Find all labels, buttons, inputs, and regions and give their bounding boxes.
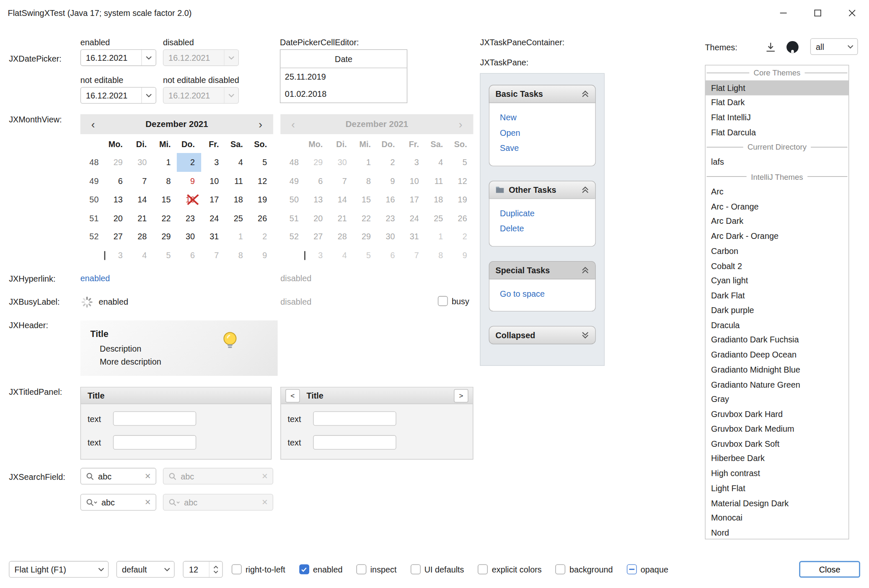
close-button[interactable]: Close [799,561,860,578]
chevron-down-icon[interactable] [160,562,174,577]
theme-item-dark-purple[interactable]: Dark purple [706,303,848,317]
calendar-day[interactable]: 20 [105,209,129,227]
calendar-day[interactable]: 9 [177,171,201,190]
theme-item-monocai[interactable]: Monocai [706,510,848,525]
calendar-day[interactable]: 1 [225,227,249,246]
calendar-day[interactable]: 4 [129,246,153,264]
calendar-day[interactable]: 4 [225,153,249,171]
calendar-day[interactable]: 12 [249,171,273,190]
theme-item-high-contrast[interactable]: High contrast [706,466,848,480]
theme-item-hiberbee-dark[interactable]: Hiberbee Dark [706,451,848,466]
calendar-day[interactable]: 7 [201,246,225,264]
chevron-down-icon[interactable] [843,39,857,54]
theme-item-material-design-dark[interactable]: Material Design Dark [706,495,848,510]
titledpanel-right-button[interactable]: > [454,389,468,402]
maximize-button[interactable] [800,0,835,26]
theme-item-gruvbox-dark-hard[interactable]: Gruvbox Dark Hard [706,407,848,421]
calendar-day[interactable]: 11 [225,171,249,190]
clear-icon[interactable]: × [145,497,151,507]
theme-item-gruvbox-dark-soft[interactable]: Gruvbox Dark Soft [706,436,848,451]
theme-item-flat-dark[interactable]: Flat Dark [706,95,848,110]
task-link-delete[interactable]: Delete [500,220,595,236]
calendar-day[interactable]: 7 [129,171,153,190]
checkbox-box[interactable] [357,565,367,575]
expand-icon[interactable] [582,332,590,339]
collapse-icon[interactable] [582,91,590,98]
spinner-arrows[interactable] [209,562,222,577]
calendar-day[interactable]: 31 [201,227,225,246]
calendar-day[interactable]: 13 [105,190,129,209]
theme-item-dracula[interactable]: Dracula [706,318,848,332]
font-size-spinner[interactable]: 12 [183,561,222,578]
checkbox-inspect[interactable]: inspect [357,565,397,575]
taskpane-header[interactable]: Collapsed [489,326,596,345]
theme-item-carbon[interactable]: Carbon [706,243,848,258]
laf-combo[interactable]: Flat Light (F1) [9,561,109,578]
calendar-day[interactable]: 16 [177,190,201,209]
text-field[interactable] [113,411,196,425]
checkbox-enabled[interactable]: enabled [299,565,343,575]
calendar-day[interactable]: 30 [177,227,201,246]
text-field[interactable] [313,435,396,449]
theme-list[interactable]: Core ThemesFlat LightFlat DarkFlat Intel… [705,65,849,539]
searchfield-menu-enabled[interactable]: abc × [80,494,156,511]
checkbox-opaque[interactable]: opaque [627,565,668,575]
calendar-day[interactable]: 23 [177,209,201,227]
calendar-day[interactable]: 5 [153,246,177,264]
task-link-new[interactable]: New [500,110,595,125]
calendar-day[interactable]: 10 [201,171,225,190]
task-link-duplicate[interactable]: Duplicate [500,205,595,220]
checkbox-ui-defaults[interactable]: UI defaults [411,565,464,575]
datepicker-not-editable[interactable]: 16.12.2021 [80,87,156,104]
table-row[interactable]: 25.11.2019 [280,68,407,85]
task-link-save[interactable]: Save [500,140,595,155]
checkbox-explicit-colors[interactable]: explicit colors [478,565,542,575]
calendar-day[interactable]: 3 [105,246,129,264]
calendar-day[interactable]: 22 [153,209,177,227]
calendar-day[interactable]: 21 [129,209,153,227]
busy-checkbox[interactable]: busy [438,296,469,306]
theme-item-flat-light[interactable]: Flat Light [706,80,848,95]
theme-item-gray[interactable]: Gray [706,391,848,406]
calendar-day[interactable]: 17 [201,190,225,209]
calendar-day[interactable]: 3 [201,153,225,171]
checkbox-box[interactable] [232,565,242,575]
calendar-day[interactable]: 29 [153,227,177,246]
taskpane-header[interactable]: Other Tasks [489,181,596,199]
theme-item-arc-dark-orange[interactable]: Arc Dark - Orange [706,228,848,243]
prev-month-icon[interactable]: ‹ [85,116,101,132]
close-window-button[interactable] [835,0,869,26]
calendar-day[interactable]: 25 [225,209,249,227]
calendar-day[interactable]: 27 [105,227,129,246]
calendar-day[interactable]: 8 [225,246,249,264]
taskpane-header[interactable]: Basic Tasks [489,85,596,103]
theme-item-nord[interactable]: Nord [706,525,848,539]
chevron-up-icon[interactable] [213,565,218,568]
theme-item-gradianto-nature-green[interactable]: Gradianto Nature Green [706,377,848,391]
calendar-day[interactable]: 18 [225,190,249,209]
calendar-day[interactable]: 9 [249,246,273,264]
calendar-day[interactable]: 14 [129,190,153,209]
theme-item-lafs[interactable]: lafs [706,154,848,169]
text-field[interactable] [113,435,196,449]
theme-item-arc[interactable]: Arc [706,184,848,199]
calendar-day[interactable]: 2 [177,153,201,171]
checkbox-box[interactable] [299,565,309,575]
download-icon[interactable] [765,41,776,53]
chevron-down-icon[interactable] [94,562,108,577]
calendar-day[interactable]: 29 [105,153,129,171]
calendar-day[interactable]: 1 [153,153,177,171]
calendar-day[interactable]: 6 [177,246,201,264]
theme-item-light-flat[interactable]: Light Flat [706,481,848,495]
theme-item-gradianto-deep-ocean[interactable]: Gradianto Deep Ocean [706,347,848,362]
titledpanel-left-button[interactable]: < [285,389,300,402]
taskpane-header[interactable]: Special Tasks [489,261,596,279]
calendar-day[interactable]: 24 [201,209,225,227]
search-menu-icon[interactable] [86,498,98,506]
theme-item-flat-darcula[interactable]: Flat Darcula [706,125,848,140]
collapse-icon[interactable] [582,267,590,274]
text-field[interactable] [313,411,396,425]
datepicker-enabled[interactable]: 16.12.2021 [80,49,156,66]
task-link-go-to-space[interactable]: Go to space [500,286,595,301]
calendar-day[interactable]: 19 [249,190,273,209]
